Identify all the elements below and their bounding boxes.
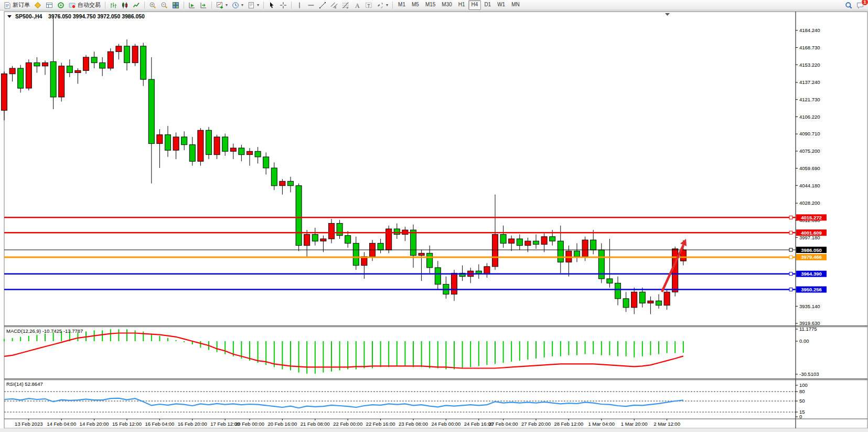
svg-text:3950.256: 3950.256 [801,287,822,292]
toolbar-separator [392,2,393,9]
bottom-scrollbar[interactable] [0,428,868,432]
button-label: W1 [497,2,505,7]
tf-h4-button[interactable]: H4 [468,0,481,10]
price-tag: 3986.050 [796,247,827,253]
chart-candles-button[interactable] [119,0,131,10]
price-tag: 4015.272 [796,214,827,220]
hline-icon [307,2,315,9]
autotrading-icon [69,2,76,9]
tf-m30-button[interactable]: M30 [438,0,455,10]
tf-w1-button[interactable]: W1 [494,0,508,10]
svg-text:1 Mar 04:00: 1 Mar 04:00 [588,421,615,427]
search-button[interactable] [843,0,854,10]
templates-button[interactable]: ▾ [245,0,261,10]
svg-text:3979.466: 3979.466 [801,254,822,260]
autotrading-button[interactable]: 自动交易 [67,0,103,10]
svg-text:11.1775: 11.1775 [799,326,817,332]
svg-text:RSI(14) 52.8647: RSI(14) 52.8647 [6,381,43,387]
svg-text:20 Feb 00:00: 20 Feb 00:00 [235,421,264,427]
indicators-button[interactable]: ▾ [214,0,230,10]
svg-text:4028.200: 4028.200 [799,200,820,206]
tf-h1-button[interactable]: H1 [455,0,468,10]
zoom-in-button[interactable] [147,0,158,10]
tf-m1-button[interactable]: M1 [395,0,409,10]
svg-text:27 Feb 04:00: 27 Feb 04:00 [489,421,518,427]
price-tag: 3950.256 [796,287,827,293]
svg-text:3935.140: 3935.140 [799,303,820,309]
profiles-icon [34,2,41,9]
navigator-button[interactable] [55,0,67,10]
svg-text:24 Feb 00:00: 24 Feb 00:00 [431,421,460,427]
svg-text:28 Feb 12:00: 28 Feb 12:00 [554,421,583,427]
zoom-out-button[interactable] [158,0,170,10]
svg-text:4106.220: 4106.220 [799,114,820,120]
new-order-button[interactable]: 新订单 [2,0,32,10]
crosshair-button[interactable] [277,0,289,10]
svg-text:4044.180: 4044.180 [799,183,820,188]
periods-button[interactable]: ▾ [230,0,245,10]
fibonacci-button[interactable]: F [340,0,351,10]
search-icon [845,2,852,9]
crosshair-icon [280,2,287,9]
svg-text:F: F [347,6,348,9]
text-icon: A [353,2,361,9]
fibo-icon: F [342,2,349,9]
trendline-button[interactable] [317,0,328,10]
chevron-down-icon: ▾ [386,3,388,7]
candles-icon [121,2,128,9]
macd-label: MACD(12,26,9) -10.7425 -13.7787 [6,328,83,334]
chart-frame [0,12,868,432]
tf-d1-button[interactable]: D1 [481,0,494,10]
profiles-button[interactable] [32,0,44,10]
svg-text:13 Feb 2023: 13 Feb 2023 [15,421,42,427]
indicators-icon [216,2,223,9]
text-button[interactable]: A [351,0,363,10]
chart-window: 4184.2404168.7304153.2204137.2404121.730… [0,10,868,432]
notification-badge: 1 [861,0,868,6]
cursor-button[interactable] [266,0,277,10]
main-toolbar: 新订单自动交易▾▾▾EFAT▾M1M5M15M30H1H4D1W1MN1 [0,0,868,10]
svg-text:-30.5103: -30.5103 [799,371,819,377]
chart-bars-button[interactable] [108,0,119,10]
tf-mn-button[interactable]: MN [508,0,523,10]
horizontal-line-button[interactable] [305,0,317,10]
tf-m5-button[interactable]: M5 [409,0,422,10]
svg-text:0: 0 [799,414,802,419]
svg-text:4121.730: 4121.730 [799,97,820,102]
button-label: H1 [458,2,465,7]
toolbar-separator [211,2,212,9]
market-watch-button[interactable] [44,0,55,10]
chart-line-button[interactable] [131,0,142,10]
zoom-in-icon [149,2,156,9]
shift-icon [200,2,207,9]
channel-button[interactable]: E [328,0,340,10]
svg-text:T: T [367,3,370,8]
svg-text:4153.220: 4153.220 [799,62,820,68]
chat-button[interactable]: 1 [854,0,866,10]
vertical-line-button[interactable] [294,0,305,10]
svg-text:2 Mar 12:00: 2 Mar 12:00 [653,421,680,427]
price-tag: 4001.609 [796,229,827,236]
auto-scroll-button[interactable] [186,0,198,10]
svg-text:4168.730: 4168.730 [799,45,820,50]
tile-windows-button[interactable] [170,0,181,10]
button-label: M30 [442,2,452,7]
tf-m15-button[interactable]: M15 [422,0,438,10]
new-order-icon [4,2,11,9]
label-button[interactable]: T [363,0,374,10]
toolbar-separator [144,2,145,9]
svg-text:23 Feb 08:00: 23 Feb 08:00 [399,421,428,427]
rsi-label: RSI(14) 52.8647 [6,381,43,387]
arrows-button[interactable]: ▾ [374,0,390,10]
svg-text:E: E [335,6,337,9]
trend-icon [319,2,326,9]
svg-text:22 Feb 00:00: 22 Feb 00:00 [333,421,362,427]
svg-text:27 Feb 20:00: 27 Feb 20:00 [521,421,551,427]
channel-icon: E [330,2,338,9]
trading-platform-window: { "toolbar": { "groups": [ {"items": [ {… [0,0,868,432]
toolbar-separator [184,2,184,9]
button-label: M1 [398,2,405,7]
svg-text:100: 100 [799,382,808,388]
chart-shift-button[interactable] [198,0,209,10]
svg-text:80: 80 [799,388,805,394]
